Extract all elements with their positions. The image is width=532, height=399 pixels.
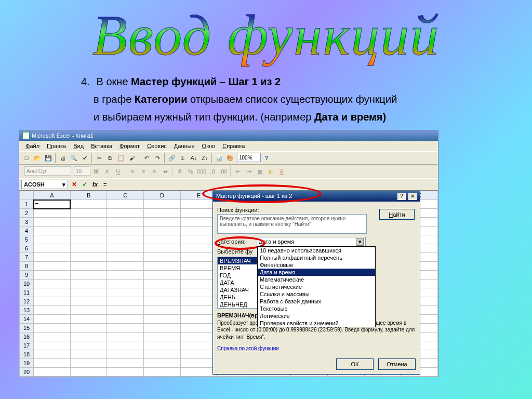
dropdown-item[interactable]: Ссылки и массивы [258, 290, 375, 298]
dropdown-item[interactable]: Математические [258, 276, 375, 283]
menu-item[interactable]: Формат [116, 142, 143, 150]
menu-item[interactable]: Сервис [144, 142, 170, 150]
function-wizard: Мастер функций - шаг 1 из 2 ? ✕ Поиск фу… [212, 191, 420, 375]
print-icon[interactable]: 🖨 [58, 153, 68, 163]
instruction-block: 4. В окне Мастер функций – Шаг 1 из 2 в … [94, 74, 532, 125]
text-bold: Мастер функций – Шаг 1 из 2 [131, 76, 281, 87]
text-bold: Категории [135, 94, 188, 105]
format-toolbar: Arial Cyr 10 Ж К Ч ≡ ≡ ≡ ⬌ ₽ % 000 .0 .0… [19, 165, 438, 178]
wizard-titlebar: Мастер функций - шаг 1 из 2 ? ✕ [213, 191, 420, 202]
chart-icon[interactable]: 📊 [214, 153, 224, 163]
dropdown-item[interactable]: Проверка свойств и значений [258, 320, 375, 327]
category-dropdown[interactable]: Дата и время ▾ 10 недавно использовавших… [257, 237, 366, 246]
dropdown-item[interactable]: Полный алфавитный перечень [258, 254, 375, 261]
text-fragment: В окне [97, 76, 131, 87]
help-link[interactable]: Справка по этой функции [217, 345, 279, 351]
text-bold: Дата и время) [314, 111, 386, 123]
wizard-help-icon[interactable]: ? [397, 193, 406, 200]
wizard-title: Мастер функций - шаг 1 из 2 [216, 193, 292, 200]
text-fragment: в графе [94, 94, 135, 105]
hyperlink-icon[interactable]: 🔗 [167, 153, 177, 163]
menubar: ФайлПравкаВидВставкаФорматСервисДанныеОк… [19, 141, 438, 151]
name-box[interactable]: ACOSH▾ [21, 180, 68, 189]
standard-toolbar: □ 📂 💾 🖨 🔍 ✔ ✂ ⧉ 📋 🖌 ↶ ↷ 🔗 Σ A↓ Z↓ 📊 🎨 10… [19, 151, 438, 165]
ok-button[interactable]: ОК [336, 358, 374, 370]
dropdown-item[interactable]: Текстовые [258, 305, 375, 312]
dropdown-item[interactable]: Работа с базой данных [258, 298, 375, 305]
grid-area: ABCDEFGHIJK1=234567891011121314151617181… [19, 190, 438, 377]
help-icon[interactable]: ? [261, 153, 272, 163]
menu-item[interactable]: Файл [22, 142, 43, 150]
dropdown-item[interactable]: Статистические [258, 283, 375, 290]
menu-item[interactable]: Вставка [88, 142, 115, 150]
excel-titlebar: Microsoft Excel - Книга1 [19, 130, 438, 141]
excel-window: Microsoft Excel - Книга1 ФайлПравкаВидВс… [19, 130, 438, 377]
cancel-button[interactable]: Отмена [378, 358, 416, 370]
excel-icon [22, 132, 30, 139]
category-dropdown-list[interactable]: 10 недавно использовавшихсяПолный алфави… [257, 246, 376, 327]
wizard-close-icon[interactable]: ✕ [408, 193, 417, 200]
dropdown-item[interactable]: Финансовые [258, 261, 375, 269]
category-value: Дата и время [259, 238, 294, 245]
dropdown-item[interactable]: Дата и время [258, 269, 375, 276]
drawing-icon[interactable]: 🎨 [225, 153, 235, 163]
copy-icon[interactable]: ⧉ [105, 153, 115, 163]
step-number: 4. [81, 74, 94, 89]
sort-asc-icon[interactable]: A↓ [189, 153, 199, 163]
format-painter-icon[interactable]: 🖌 [127, 153, 137, 163]
text-fragment: и выбираем нужный тип функции. (например [94, 111, 314, 123]
menu-item[interactable]: Правка [44, 142, 69, 150]
dropdown-item[interactable]: Логические [258, 312, 375, 320]
zoom-box[interactable]: 100% [237, 153, 261, 162]
find-button[interactable]: Найти [379, 209, 415, 220]
menu-item[interactable]: Вид [70, 142, 87, 150]
menu-item[interactable]: Окно [199, 142, 219, 150]
menu-item[interactable]: Справка [219, 142, 248, 150]
sort-desc-icon[interactable]: Z↓ [200, 153, 210, 163]
autosum-icon[interactable]: Σ [178, 153, 188, 163]
slide-title: Ввод функций [0, 0, 532, 69]
open-icon[interactable]: 📂 [32, 153, 43, 163]
paste-icon[interactable]: 📋 [116, 153, 126, 163]
formula-input[interactable]: = [101, 181, 107, 188]
chevron-down-icon[interactable]: ▾ [356, 238, 364, 246]
new-icon[interactable]: □ [21, 153, 32, 163]
category-label: Категория: [217, 238, 255, 245]
spell-icon[interactable]: ✔ [79, 153, 90, 163]
search-input[interactable]: Введите краткое описание действия, котор… [217, 214, 367, 234]
text-fragment: открываем список существующих функций [187, 94, 397, 105]
cut-icon[interactable]: ✂ [94, 153, 104, 163]
redo-icon[interactable]: ↷ [152, 153, 163, 163]
dropdown-item[interactable]: 10 недавно использовавшихся [258, 247, 375, 254]
preview-icon[interactable]: 🔍 [69, 153, 79, 163]
enter-formula-icon[interactable]: ✓ [81, 180, 89, 189]
menu-item[interactable]: Данные [171, 142, 198, 150]
cancel-formula-icon[interactable]: ✕ [70, 180, 78, 189]
excel-title: Microsoft Excel - Книга1 [32, 132, 94, 139]
fx-icon[interactable]: fx [91, 180, 99, 189]
formula-bar: ACOSH▾ ✕ ✓ fx = [19, 178, 438, 190]
save-icon[interactable]: 💾 [43, 153, 54, 163]
undo-icon[interactable]: ↶ [141, 153, 152, 163]
